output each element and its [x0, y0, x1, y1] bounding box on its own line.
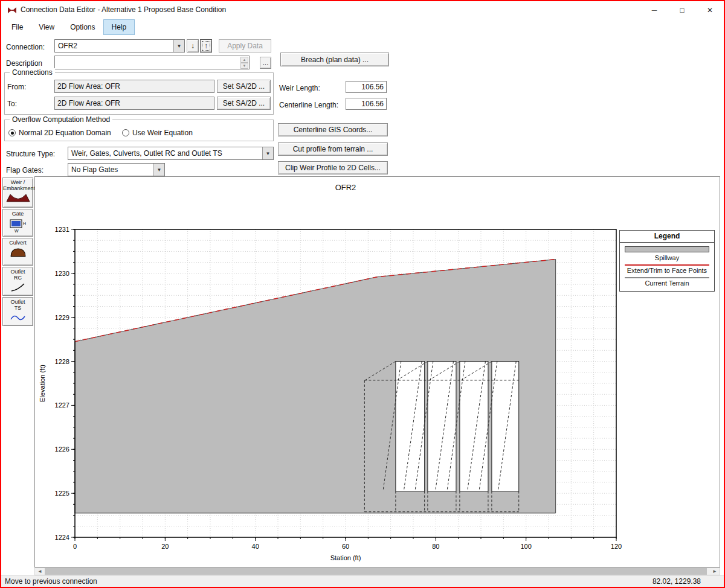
next-connection-button[interactable]: ↑ [200, 39, 212, 53]
window-controls: ─ □ ✕ [640, 1, 724, 19]
menu-options[interactable]: Options [62, 19, 103, 35]
profile-chart-panel: OFR2 02040608010012012241225122612271228… [34, 176, 720, 567]
gate-icon: H W [9, 218, 27, 234]
radio-normal-2d-equation[interactable]: Normal 2D Equation Domain [8, 129, 111, 137]
chevron-down-icon[interactable]: ▼ [262, 147, 273, 159]
outlet-rc-button[interactable]: Outlet RC [2, 267, 33, 296]
clip-weir-profile-button[interactable]: Clip Weir Profile to 2D Cells... [278, 161, 388, 174]
set-sa-2d-to-button[interactable]: Set SA/2D ... [217, 97, 271, 110]
outlet-ts-button[interactable]: Outlet TS [2, 297, 33, 326]
structure-type-combo[interactable]: Weir, Gates, Culverts, Outlet RC and Out… [68, 147, 274, 160]
app-icon [7, 6, 18, 14]
menu-file[interactable]: File [4, 19, 31, 35]
svg-text:W: W [14, 229, 19, 233]
profile-plot: 0204060801001201224122512261227122812291… [35, 177, 720, 567]
previous-connection-button[interactable]: ↓ [187, 39, 199, 53]
svg-text:Station (ft): Station (ft) [330, 554, 361, 561]
horizontal-scrollbar[interactable]: ◄ ► [34, 567, 720, 575]
svg-text:1228: 1228 [55, 358, 69, 365]
cut-profile-from-terrain-button[interactable]: Cut profile from terrain ... [278, 142, 388, 156]
description-ellipsis-button[interactable]: ... [260, 57, 271, 69]
svg-text:20: 20 [161, 543, 169, 550]
svg-text:100: 100 [520, 543, 531, 550]
description-label: Description [6, 59, 42, 68]
flap-gates-value: No Flap Gates [68, 165, 153, 174]
legend-label-spillway: Spillway [620, 254, 714, 263]
svg-text:1230: 1230 [55, 270, 69, 277]
radio-dot-icon [8, 129, 16, 136]
close-button[interactable]: ✕ [696, 1, 724, 19]
menu-bar: File View Options Help [1, 19, 724, 35]
from-value: 2D Flow Area: OFR [54, 80, 214, 93]
svg-text:120: 120 [611, 543, 622, 550]
breach-plan-data-button[interactable]: Breach (plan data) ... [280, 53, 389, 66]
outlet-rc-icon [10, 283, 27, 292]
svg-text:80: 80 [432, 543, 439, 550]
to-label: To: [7, 100, 17, 108]
scroll-left-icon[interactable]: ◄ [35, 568, 45, 575]
set-sa-2d-from-button[interactable]: Set SA/2D ... [217, 80, 271, 93]
radio-dot-icon [122, 129, 129, 136]
form-area: Connection: OFR2 ▼ ↓ ↑ Apply Data Descri… [1, 35, 724, 176]
window-title: Connection Data Editor - Alternative 1 P… [21, 5, 226, 14]
structure-type-value: Weir, Gates, Culverts, Outlet RC and Out… [68, 149, 262, 158]
legend-title: Legend [620, 231, 714, 243]
menu-help[interactable]: Help [103, 19, 135, 35]
status-bar: Move to previous connection 82.02, 1229.… [1, 575, 724, 587]
to-value: 2D Flow Area: OFR [54, 97, 214, 110]
chevron-down-icon[interactable]: ▼ [173, 40, 184, 52]
maximize-button[interactable]: □ [668, 1, 696, 19]
culvert-icon [9, 247, 27, 258]
connection-value: OFR2 [55, 42, 173, 50]
svg-text:Elevation (ft): Elevation (ft) [39, 365, 46, 402]
svg-text:1231: 1231 [55, 226, 69, 233]
connection-label: Connection: [6, 43, 45, 51]
svg-text:40: 40 [252, 543, 259, 550]
spillway-swatch [625, 246, 709, 252]
description-spinner[interactable]: ▲▼ [240, 57, 248, 68]
flap-gates-label: Flap Gates: [6, 166, 44, 174]
chevron-down-icon[interactable]: ▼ [153, 164, 164, 176]
svg-text:60: 60 [342, 543, 349, 550]
svg-text:0: 0 [73, 543, 77, 550]
scroll-right-icon[interactable]: ► [710, 568, 720, 575]
menu-view[interactable]: View [31, 19, 62, 35]
svg-text:1229: 1229 [55, 314, 69, 321]
svg-text:H: H [23, 222, 26, 226]
structure-type-label: Structure Type: [6, 150, 55, 158]
scrollbar-thumb[interactable] [45, 568, 707, 575]
legend-label-current-terrain: Current Terrain [620, 279, 714, 288]
overflow-method-group-title: Overflow Computation Method [10, 115, 112, 124]
radio-use-weir-equation[interactable]: Use Weir Equation [122, 129, 193, 137]
from-label: From: [7, 83, 26, 91]
centerline-length-label: Centerline Length: [279, 101, 338, 109]
connection-combo[interactable]: OFR2 ▼ [54, 39, 185, 53]
culvert-button[interactable]: Culvert [2, 238, 33, 266]
weir-length-label: Weir Length: [279, 84, 320, 92]
status-message: Move to previous connection [5, 577, 97, 586]
weir-embankment-icon [6, 193, 30, 202]
gate-button[interactable]: Gate H W [2, 209, 33, 237]
weir-embankment-button[interactable]: Weir / Embankment [2, 177, 33, 208]
chart-legend: Legend Spillway Extend/Trim to Face Poin… [619, 230, 715, 292]
centerline-gis-coords-button[interactable]: Centerline GIS Coords... [278, 123, 388, 136]
svg-text:1226: 1226 [55, 446, 69, 453]
svg-text:1227: 1227 [55, 401, 69, 409]
svg-text:1225: 1225 [55, 490, 69, 497]
weir-length-value: 106.56 [346, 81, 387, 93]
outlet-ts-icon [10, 313, 27, 322]
cursor-coordinates: 82.02, 1229.38 [652, 577, 701, 586]
flap-gates-combo[interactable]: No Flap Gates ▼ [68, 163, 165, 176]
face-points-swatch [625, 264, 709, 266]
connections-group-title: Connections [10, 68, 55, 77]
description-input[interactable]: ▲▼ [54, 56, 250, 69]
centerline-length-value: 106.56 [346, 98, 387, 110]
title-bar: Connection Data Editor - Alternative 1 P… [1, 1, 724, 19]
connection-data-editor-window: Connection Data Editor - Alternative 1 P… [0, 0, 725, 588]
svg-text:1224: 1224 [55, 534, 69, 541]
legend-label-face-points: Extend/Trim to Face Points [620, 266, 714, 275]
apply-data-button[interactable]: Apply Data [219, 39, 271, 53]
current-terrain-swatch [625, 277, 709, 278]
minimize-button[interactable]: ─ [640, 1, 668, 19]
